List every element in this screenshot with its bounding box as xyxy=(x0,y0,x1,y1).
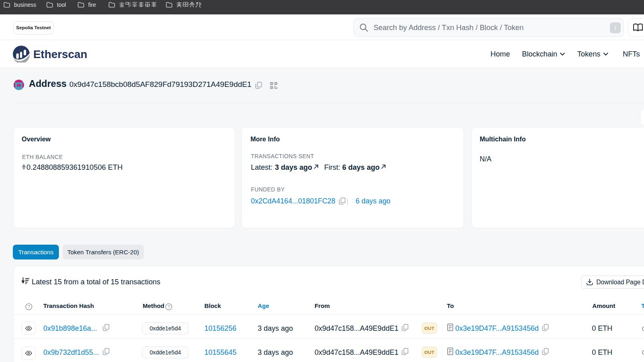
svg-text:?: ? xyxy=(168,304,170,309)
svg-text:?: ? xyxy=(28,304,30,309)
